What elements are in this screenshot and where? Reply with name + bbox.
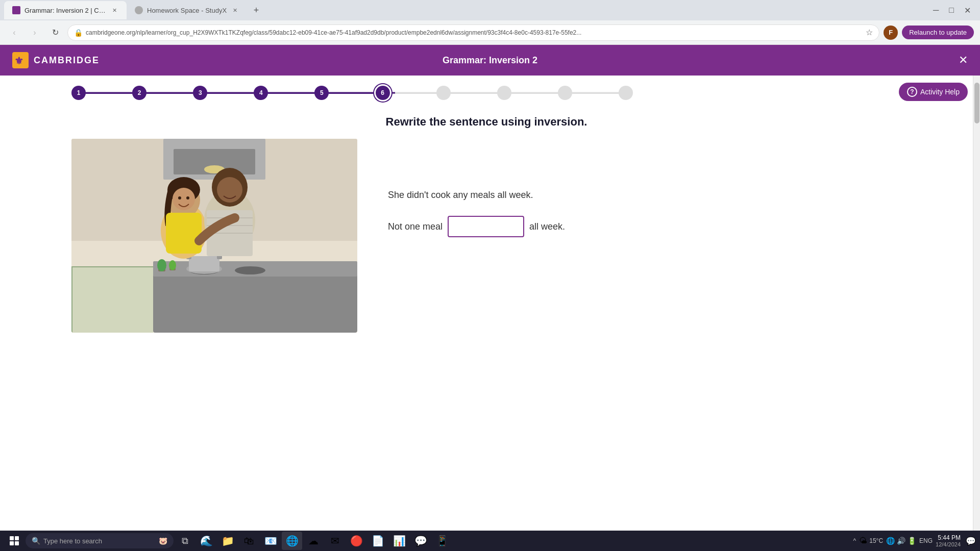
tab-studyx-title: Homework Space - StudyX <box>147 7 227 14</box>
taskbar-app-chrome2[interactable]: 🔴 <box>346 532 366 550</box>
answer-suffix: all week. <box>529 221 565 232</box>
activity-help-circle-icon: ? <box>907 87 917 97</box>
clock[interactable]: 5:44 PM 12/4/2024 <box>936 534 961 547</box>
taskbar-app-mail[interactable]: ✉ <box>325 532 345 550</box>
weather-icon: 🌤 <box>859 536 867 545</box>
task-view-button[interactable]: ⧉ <box>175 532 195 550</box>
progress-section: 1 2 3 4 5 6 <box>0 76 973 105</box>
taskbar-search[interactable]: 🔍 Type here to search 🐷 <box>26 533 174 548</box>
step-6[interactable]: 6 <box>376 86 390 100</box>
close-button[interactable]: ✕ <box>959 6 976 15</box>
answer-prefix: Not one meal <box>388 221 443 232</box>
step-5[interactable]: 5 <box>314 86 329 100</box>
edge-icon: 🌊 <box>200 535 213 547</box>
network-icon[interactable]: 🌐 <box>886 537 895 545</box>
content-area: 1 2 3 4 5 6 <box>0 76 973 531</box>
bookmark-icon[interactable]: ☆ <box>866 28 873 37</box>
svg-point-10 <box>235 266 265 274</box>
clock-date: 12/4/2024 <box>936 541 961 547</box>
header-close-icon[interactable]: ✕ <box>959 54 968 67</box>
pig-icon: 🐷 <box>159 537 167 545</box>
taskbar-app-whatsapp[interactable]: 📱 <box>432 532 452 550</box>
svg-rect-12 <box>189 256 219 271</box>
main-content: 1 2 3 4 5 6 <box>0 76 980 531</box>
answer-row: Not one meal all week. <box>388 216 942 237</box>
step-2[interactable]: 2 <box>132 86 146 100</box>
reload-button[interactable]: ↻ <box>47 24 63 41</box>
svg-point-20 <box>186 196 189 199</box>
exercise-instruction: Rewrite the sentence using inversion. <box>0 115 973 129</box>
taskbar: 🔍 Type here to search 🐷 ⧉ 🌊 📁 🛍 📧 🌐 ☁ ✉ … <box>0 531 980 551</box>
taskbar-app-outlook[interactable]: 📧 <box>260 532 281 550</box>
tab-studyx[interactable]: Homework Space - StudyX ✕ <box>127 1 247 19</box>
svg-point-30 <box>157 259 166 271</box>
powerpoint-icon: 📊 <box>393 535 406 547</box>
browser-chrome: Grammar: Inversion 2 | Cambric... ✕ Home… <box>0 0 980 45</box>
progress-line-filled <box>79 92 395 94</box>
taskbar-app-teams[interactable]: 💬 <box>410 532 431 550</box>
answer-input[interactable] <box>448 216 524 237</box>
svg-rect-34 <box>71 266 72 333</box>
original-sentence: She didn't cook any meals all week. <box>388 190 942 201</box>
scrollbar[interactable] <box>973 76 980 531</box>
tab-cambridge-title: Grammar: Inversion 2 | Cambric... <box>24 7 106 14</box>
task-view-icon: ⧉ <box>182 536 188 546</box>
taskbar-app-chrome[interactable]: 🌐 <box>282 532 302 550</box>
taskbar-app-onedrive[interactable]: ☁ <box>303 532 324 550</box>
volume-icon[interactable]: 🔊 <box>897 537 905 545</box>
taskbar-app-explorer[interactable]: 📁 <box>217 532 238 550</box>
scrollbar-thumb[interactable] <box>974 83 979 123</box>
cambridge-emblem: ⚜ <box>12 52 29 68</box>
relaunch-button[interactable]: Relaunch to update <box>902 26 974 39</box>
address-bar[interactable]: 🔒 cambridgeone.org/nlp/learner/org_cup_H… <box>67 24 879 41</box>
tab-studyx-close[interactable]: ✕ <box>231 6 239 14</box>
taskbar-app-acrobat[interactable]: 📄 <box>368 532 388 550</box>
step-9[interactable] <box>558 86 572 100</box>
maximize-button[interactable]: □ <box>944 6 959 15</box>
kitchen-scene-svg <box>71 139 357 333</box>
activity-help-button[interactable]: ? Activity Help <box>899 83 968 101</box>
content-wrapper: 1 2 3 4 5 6 <box>0 76 973 333</box>
page-title: Grammar: Inversion 2 <box>443 55 537 66</box>
forward-button[interactable]: › <box>27 24 43 41</box>
back-button[interactable]: ‹ <box>6 24 22 41</box>
taskbar-app-edge[interactable]: 🌊 <box>196 532 216 550</box>
step-10[interactable] <box>619 86 633 100</box>
shield-icon: 🔒 <box>74 29 83 37</box>
tab-cambridge[interactable]: Grammar: Inversion 2 | Cambric... ✕ <box>4 1 127 19</box>
teams-icon: 💬 <box>414 535 427 547</box>
step-3[interactable]: 3 <box>193 86 207 100</box>
exercise-image <box>71 139 357 333</box>
clock-time: 5:44 PM <box>936 534 961 541</box>
nav-bar: ‹ › ↻ 🔒 cambridgeone.org/nlp/learner/org… <box>0 20 980 45</box>
tray-expand[interactable]: ^ <box>853 537 856 544</box>
windows-icon <box>10 536 19 545</box>
new-tab-button[interactable]: + <box>249 3 263 17</box>
battery-icon[interactable]: 🔋 <box>908 537 916 545</box>
onedrive-icon: ☁ <box>308 535 318 547</box>
svg-point-19 <box>178 196 181 199</box>
step-1[interactable]: 1 <box>71 86 86 100</box>
tray-icons: 🌐 🔊 🔋 <box>886 537 916 545</box>
outlook-icon: 📧 <box>264 535 277 547</box>
system-tray: ^ 🌤 15°C 🌐 🔊 🔋 ENG 5:44 PM 12/4/2024 💬 <box>853 534 976 547</box>
cambridge-logo-text: CAMBRIDGE <box>34 55 100 66</box>
step-spacer-8 <box>511 92 558 94</box>
minimize-button[interactable]: ─ <box>928 6 944 15</box>
taskbar-app-powerpoint[interactable]: 📊 <box>389 532 409 550</box>
tab-cambridge-close[interactable]: ✕ <box>110 6 118 14</box>
exercise-right: She didn't cook any meals all week. Not … <box>388 139 942 237</box>
weather-widget[interactable]: 🌤 15°C <box>859 536 883 545</box>
profile-button[interactable]: F <box>884 26 898 40</box>
taskbar-app-store[interactable]: 🛍 <box>239 532 259 550</box>
step-4[interactable]: 4 <box>254 86 268 100</box>
exercise-body: She didn't cook any meals all week. Not … <box>0 139 973 333</box>
language-indicator[interactable]: ENG <box>919 537 933 544</box>
chrome2-icon: 🔴 <box>350 535 363 547</box>
search-placeholder: Type here to search <box>43 537 102 545</box>
notification-button[interactable]: 💬 <box>966 536 976 546</box>
explorer-icon: 📁 <box>222 535 234 547</box>
start-button[interactable] <box>4 532 24 550</box>
step-8[interactable] <box>497 86 511 100</box>
step-7[interactable] <box>436 86 451 100</box>
